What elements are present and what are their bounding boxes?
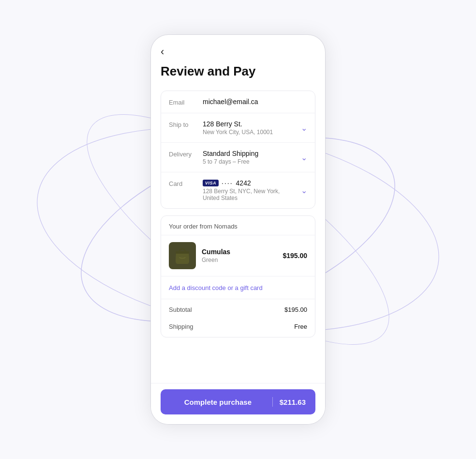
product-image	[169, 242, 196, 269]
card-address: 128 Berry St, NYC, New York,United State…	[203, 188, 297, 201]
delivery-label: Delivery	[169, 150, 203, 158]
bag-icon	[173, 245, 192, 266]
ship-to-chevron-icon[interactable]: ⌄	[301, 123, 307, 133]
phone-content: ‹ Review and Pay Email michael@email.ca …	[151, 35, 325, 383]
complete-purchase-button[interactable]: Complete purchase $211.63	[161, 389, 315, 414]
email-label: Email	[169, 98, 203, 106]
subtotal-row: Subtotal $195.00	[161, 301, 315, 318]
ship-to-value: 128 Berry St. New York City, USA, 10001	[203, 120, 297, 136]
header: ‹ Review and Pay	[151, 35, 325, 84]
product-details: Cumulas Green	[202, 248, 277, 263]
delivery-row[interactable]: Delivery Standard Shipping 5 to 7 days –…	[161, 143, 315, 172]
subtotal-value: $195.00	[284, 306, 307, 313]
ship-to-city: New York City, USA, 10001	[203, 129, 297, 136]
delivery-method: Standard Shipping	[203, 150, 297, 157]
page-title: Review and Pay	[161, 64, 315, 79]
totals-section: Subtotal $195.00 Shipping Free	[161, 299, 315, 337]
purchase-btn-divider	[272, 397, 273, 407]
shipping-label: Shipping	[169, 323, 193, 330]
order-item: Cumulas Green $195.00	[161, 235, 315, 276]
ship-to-label: Ship to	[169, 120, 203, 128]
subtotal-label: Subtotal	[169, 306, 192, 313]
shipping-value: Free	[294, 323, 307, 330]
product-price: $195.00	[283, 252, 307, 260]
email-value: michael@email.ca	[203, 98, 307, 106]
back-button[interactable]: ‹	[161, 46, 164, 57]
card-row[interactable]: Card VISA ···· 4242 128 Berry St, NYC, N…	[161, 172, 315, 208]
card-label: Card	[169, 179, 203, 187]
purchase-btn-label: Complete purchase	[170, 398, 266, 406]
card-chevron-icon[interactable]: ⌄	[301, 186, 307, 195]
ship-to-row[interactable]: Ship to 128 Berry St. New York City, USA…	[161, 113, 315, 143]
order-card: Your order from Nomads Cumulas Green	[161, 215, 315, 337]
product-name: Cumulas	[202, 248, 277, 256]
visa-dots: ····	[222, 179, 233, 187]
delivery-timing: 5 to 7 days – Free	[203, 158, 297, 165]
order-header: Your order from Nomads	[161, 216, 315, 235]
visa-row: VISA ···· 4242	[203, 179, 297, 187]
purchase-btn-price: $211.63	[280, 398, 306, 406]
product-variant: Green	[202, 257, 277, 263]
visa-number: 4242	[236, 179, 251, 187]
delivery-chevron-icon[interactable]: ⌄	[301, 153, 307, 162]
email-row: Email michael@email.ca	[161, 91, 315, 113]
purchase-btn-wrap: Complete purchase $211.63	[151, 383, 325, 424]
discount-row[interactable]: Add a discount code or a gift card	[161, 276, 315, 299]
phone-frame: ‹ Review and Pay Email michael@email.ca …	[151, 35, 325, 424]
visa-logo: VISA	[203, 180, 219, 186]
shipping-row: Shipping Free	[161, 318, 315, 335]
card-value: VISA ···· 4242 128 Berry St, NYC, New Yo…	[203, 179, 297, 201]
discount-link[interactable]: Add a discount code or a gift card	[169, 284, 263, 291]
ship-to-address: 128 Berry St.	[203, 120, 297, 128]
delivery-value: Standard Shipping 5 to 7 days – Free	[203, 150, 297, 165]
svg-rect-3	[176, 251, 189, 254]
email-value-main: michael@email.ca	[203, 98, 307, 106]
info-card: Email michael@email.ca Ship to 128 Berry…	[161, 91, 315, 209]
